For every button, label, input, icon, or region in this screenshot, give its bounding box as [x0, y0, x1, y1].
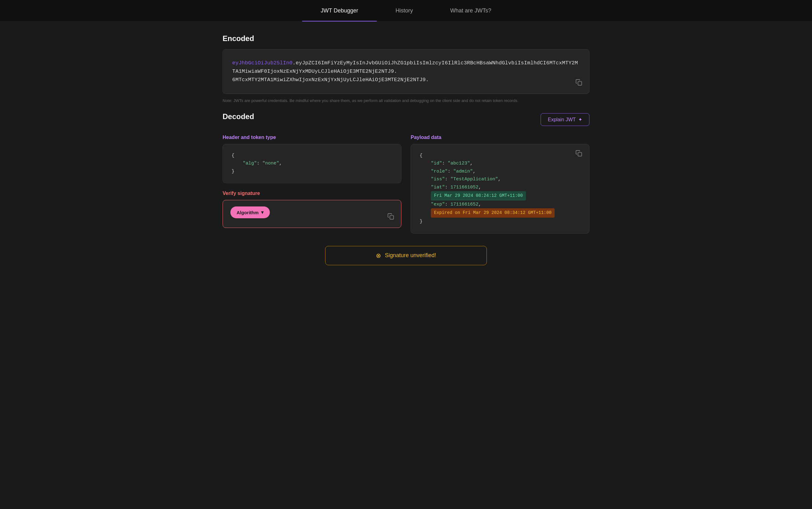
explain-jwt-button[interactable]: Explain JWT ✦ — [541, 113, 590, 126]
chevron-down-icon: ▾ — [261, 210, 263, 215]
decoded-section: Decoded Explain JWT ✦ Header and token t… — [222, 112, 590, 265]
svg-rect-1 — [390, 215, 394, 219]
unverified-icon: ⊗ — [376, 252, 381, 259]
encoded-copy-button[interactable] — [574, 78, 584, 88]
payload-close-brace: } — [420, 219, 422, 224]
signature-status-text: Signature unverified! — [385, 252, 436, 259]
copy-icon — [387, 213, 394, 220]
decoded-columns: Header and token type { "alg": "none", }… — [222, 135, 590, 234]
payload-role: "role": "admin", — [420, 169, 475, 174]
header-close-brace: } — [232, 169, 235, 174]
top-navigation: JWT Debugger History What are JWTs? — [0, 0, 812, 22]
verify-box: Algorithm ▾ — [222, 200, 401, 228]
main-content: Encoded eyJhbGciOiJub25lIn0.eyJpZCI6ImFi… — [204, 22, 608, 278]
payload-exp-badge: Expired on Fri Mar 29 2024 08:34:12 GMT+… — [420, 210, 555, 215]
verify-label: Verify signature — [222, 191, 401, 196]
encoded-note: Note: JWTs are powerful credentials. Be … — [222, 98, 590, 103]
encoded-title: Encoded — [222, 34, 590, 43]
payload-iat-badge: Fri Mar 29 2024 08:24:12 GMT+11:00 — [420, 193, 526, 198]
svg-rect-2 — [578, 152, 581, 156]
signature-banner: ⊗ Signature unverified! — [325, 246, 487, 265]
encoded-box: eyJhbGciOiJub25lIn0.eyJpZCI6ImFiYzEyMyIs… — [222, 49, 590, 94]
header-open-brace: { — [232, 153, 235, 158]
payload-id: "id": "abc123", — [420, 161, 473, 166]
header-code-box: { "alg": "none", } — [222, 144, 401, 183]
svg-rect-0 — [578, 81, 581, 85]
encoded-token: eyJhbGciOiJub25lIn0.eyJpZCI6ImFiYzEyMyIs… — [232, 59, 580, 84]
tab-what-are-jwts[interactable]: What are JWTs? — [431, 0, 510, 22]
encoded-token-header: eyJhbGciOiJub25lIn0 — [232, 60, 292, 66]
algorithm-dropdown[interactable]: Algorithm ▾ — [231, 206, 270, 218]
payload-iat: "iat": 1711661052, — [420, 185, 481, 190]
tab-history[interactable]: History — [377, 0, 431, 22]
tab-jwt-debugger[interactable]: JWT Debugger — [302, 0, 377, 22]
payload-col-label: Payload data — [411, 135, 590, 140]
payload-copy-button[interactable] — [574, 149, 584, 159]
encoded-token-payload2: 6MTcxMTY2MTA1MiwiZXhwIjoxNzExNjYxNjUyLCJ… — [232, 77, 429, 83]
sparkle-icon: ✦ — [578, 116, 582, 123]
payload-open-brace: { — [420, 153, 422, 158]
header-col-label: Header and token type — [222, 135, 401, 140]
verify-section: Verify signature Algorithm ▾ — [222, 191, 401, 228]
payload-iss: "iss": "TestApplication", — [420, 177, 501, 182]
copy-icon — [575, 150, 582, 157]
decoded-header: Decoded Explain JWT ✦ — [222, 112, 590, 127]
verify-copy-button[interactable] — [386, 212, 395, 222]
encoded-section: Encoded eyJhbGciOiJub25lIn0.eyJpZCI6ImFi… — [222, 34, 590, 103]
copy-icon — [575, 79, 582, 86]
left-column: Header and token type { "alg": "none", }… — [222, 135, 401, 234]
right-column: Payload data { "id": "abc123", "role": "… — [411, 135, 590, 234]
payload-exp: "exp": 1711661652, — [420, 202, 481, 207]
header-alg-line: "alg": "none", — [232, 161, 282, 166]
decoded-title: Decoded — [222, 112, 254, 121]
explain-jwt-label: Explain JWT — [548, 117, 576, 123]
payload-code-box: { "id": "abc123", "role": "admin", "iss"… — [411, 144, 590, 234]
algorithm-label: Algorithm — [237, 210, 259, 215]
